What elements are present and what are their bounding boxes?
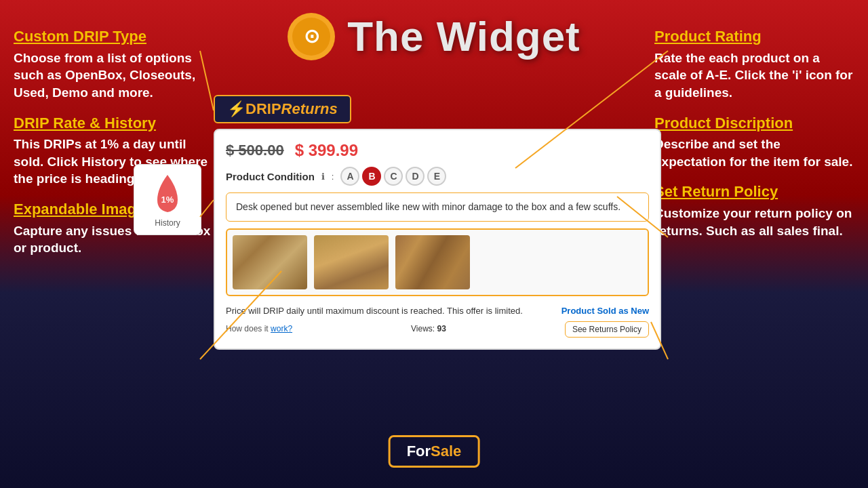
set-return-policy-title: Set Return Policy xyxy=(654,182,854,202)
product-rating-text: Rate the each product on a scale of A-E.… xyxy=(654,49,854,102)
returns-text: Returns xyxy=(281,100,338,118)
returns-policy-button[interactable]: See Returns Policy xyxy=(565,321,649,338)
product-rating-title: Product Rating xyxy=(654,27,854,47)
forsale-sale: Sale xyxy=(431,443,461,460)
drip-daily-text: Price will DRIP daily until maximum disc… xyxy=(226,304,523,319)
description-box[interactable]: Desk opened but never assembled like new… xyxy=(226,192,649,222)
drip-logo-bar[interactable]: ⚡ DRIP Returns xyxy=(214,95,351,123)
work-link[interactable]: work? xyxy=(271,324,292,333)
forsale-inner: ForSale xyxy=(389,435,480,468)
price-row: $ 500.00 $ 399.99 xyxy=(226,141,649,160)
product-image-3[interactable] xyxy=(395,235,470,289)
set-return-policy-text: Customize your return policy on returns.… xyxy=(654,205,854,239)
grade-b[interactable]: B xyxy=(362,167,381,186)
condition-grades: A B C D E xyxy=(340,167,446,186)
sold-as-new-link[interactable]: Product Sold as New xyxy=(561,304,649,319)
condition-label: Product Condition xyxy=(226,171,315,182)
widget-icon: ⊙ xyxy=(288,13,335,60)
drip-text: DRIP xyxy=(245,100,281,118)
grade-d[interactable]: D xyxy=(406,167,425,186)
views-count: 93 xyxy=(437,324,446,333)
how-link: How does it work? xyxy=(226,323,292,336)
product-image-1[interactable] xyxy=(233,235,307,289)
views-label: Views: xyxy=(411,324,435,333)
how-text: How does it xyxy=(226,324,269,333)
product-description-text: Describe and set the expectation for the… xyxy=(654,136,854,170)
custom-drip-type-title: Custom DRIP Type xyxy=(14,27,214,47)
image-row xyxy=(226,228,649,296)
history-label: History xyxy=(155,218,180,228)
grade-c[interactable]: C xyxy=(384,167,403,186)
forsale-for: For xyxy=(407,443,431,460)
sale-price: $ 399.99 xyxy=(295,141,358,160)
product-image-2[interactable] xyxy=(314,235,389,289)
drip-rate-history-title: DRIP Rate & History xyxy=(14,114,214,134)
product-description-title: Product Discription xyxy=(654,114,854,134)
custom-drip-type-text: Choose from a list of options such as Op… xyxy=(14,49,214,102)
condition-colon: : xyxy=(332,171,334,182)
widget-card: 1% History $ 500.00 $ 399.99 Product Con… xyxy=(214,129,661,350)
right-panel: Product Rating Rate the each product on … xyxy=(654,27,854,251)
original-price: $ 500.00 xyxy=(226,142,284,159)
history-panel[interactable]: 1% History xyxy=(134,164,201,235)
drop-icon: 1% xyxy=(151,171,184,216)
grade-e[interactable]: E xyxy=(427,167,446,186)
grade-a[interactable]: A xyxy=(340,167,359,186)
views-text: Views: 93 xyxy=(411,323,446,336)
forsale-badge: ForSale xyxy=(389,435,480,468)
svg-text:1%: 1% xyxy=(161,195,174,205)
widget-container: ⚡ DRIP Returns 1% History $ 500.00 $ 399… xyxy=(214,95,661,350)
svg-text:⊙: ⊙ xyxy=(304,26,319,47)
lightning-icon: ⚡ xyxy=(227,100,245,118)
bottom-bottom-row: How does it work? Views: 93 See Returns … xyxy=(226,321,649,338)
condition-row: Product Condition ℹ : A B C D E xyxy=(226,167,649,186)
bottom-top-row: Price will DRIP daily until maximum disc… xyxy=(226,304,649,319)
page-title: The Widget xyxy=(347,12,580,60)
info-icon[interactable]: ℹ xyxy=(321,171,325,182)
bottom-info: Price will DRIP daily until maximum disc… xyxy=(226,304,649,338)
